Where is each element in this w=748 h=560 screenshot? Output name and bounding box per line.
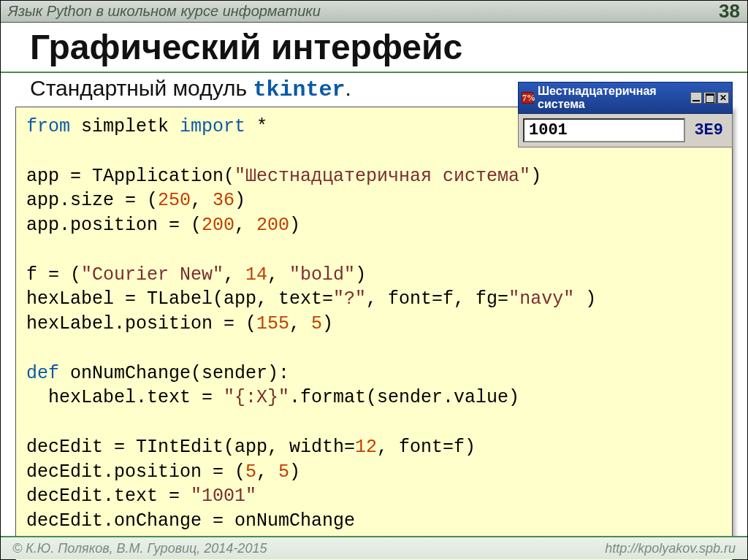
code-number: 36 [213, 190, 234, 211]
code-kw-from: from [26, 116, 70, 137]
header-bar: Язык Python в школьном курсе информатики… [1, 1, 747, 23]
window-title: Шестнадцатеричная система [538, 85, 689, 111]
close-button[interactable] [717, 92, 729, 104]
minimize-button[interactable] [690, 92, 702, 104]
code-text: onNumChange(sender): [59, 363, 289, 384]
code-number: 14 [245, 264, 267, 285]
code-text: , [224, 264, 245, 285]
code-text: .format(sender.value) [289, 387, 519, 408]
code-string: "navy" [508, 288, 574, 310]
code-text: app.size = ( [26, 190, 158, 211]
code-text: decEdit = TIntEdit(app, width= [26, 437, 355, 458]
code-number: 250 [158, 190, 191, 211]
code-text: ) [574, 288, 596, 310]
code-text: , font=f) [377, 437, 476, 458]
subtitle-prefix: Стандартный модуль [30, 76, 253, 100]
code-string: "1001" [191, 486, 256, 507]
footer-bar: © К.Ю. Поляков, В.М. Гуровиц, 2014-2015 … [1, 536, 747, 559]
code-text: ) [322, 313, 333, 334]
code-text: app.position = ( [26, 215, 202, 236]
code-text: ) [234, 190, 245, 211]
code-string: "bold" [289, 264, 355, 285]
code-number: 200 [256, 215, 289, 236]
subtitle-module: tkinter [253, 77, 345, 102]
window-body: 1001 3E9 [518, 114, 733, 147]
code-text: , [191, 190, 213, 211]
code-text: app = TApplication( [26, 166, 234, 187]
code-string: "{:X}" [224, 387, 289, 408]
code-number: 12 [355, 437, 377, 458]
code-number: 5 [278, 461, 289, 483]
code-number: 155 [256, 313, 289, 334]
footer-url: http://kpolyakov.spb.ru [605, 541, 736, 556]
code-kw-import: import [180, 116, 245, 137]
code-text: ) [355, 264, 366, 285]
tkinter-window: 7% Шестнадцатеричная система 1001 3E9 [518, 82, 733, 147]
code-text: ) [289, 461, 300, 483]
maximize-button[interactable] [703, 92, 715, 104]
footer-credit: © К.Ю. Поляков, В.М. Гуровиц, 2014-2015 [12, 541, 267, 556]
hex-output: 3E9 [694, 121, 728, 139]
code-number: 5 [245, 461, 256, 483]
code-text: decEdit.text = [26, 486, 191, 507]
code-text: , [234, 215, 256, 236]
code-text: * [245, 116, 267, 137]
code-number: 200 [202, 215, 234, 236]
code-text: hexLabel.position = ( [26, 313, 256, 334]
code-text: , [267, 264, 289, 285]
code-block: from simpletk import * app = TApplicatio… [15, 107, 733, 560]
code-number: 5 [311, 313, 322, 334]
code-text: hexLabel.text = [26, 387, 224, 408]
code-text: decEdit.onChange = onNumChange [26, 510, 355, 532]
code-text: decEdit.position = ( [26, 461, 245, 483]
subtitle-suffix: . [346, 76, 351, 100]
code-text: ) [530, 166, 541, 187]
code-string: "Courier New" [81, 264, 224, 285]
code-string: "?" [333, 288, 366, 310]
code-text: , [289, 313, 311, 334]
slide-title: Графический интерфейс [1, 23, 747, 73]
code-kw-def: def [26, 363, 59, 384]
code-text: , font=f, fg= [366, 288, 508, 310]
page-number: 38 [719, 0, 740, 23]
tk-icon: 7% [522, 92, 533, 104]
code-text: , [256, 461, 278, 483]
code-text: simpletk [70, 116, 180, 137]
code-text: hexLabel = TLabel(app, text= [26, 288, 333, 310]
decimal-input[interactable]: 1001 [523, 118, 685, 142]
code-string: "Шестнадцатеричная система" [234, 166, 530, 187]
code-text: ) [289, 215, 300, 236]
header-course-title: Язык Python в школьном курсе информатики [8, 3, 321, 20]
window-titlebar[interactable]: 7% Шестнадцатеричная система [518, 82, 733, 114]
code-text: f = ( [26, 264, 81, 285]
